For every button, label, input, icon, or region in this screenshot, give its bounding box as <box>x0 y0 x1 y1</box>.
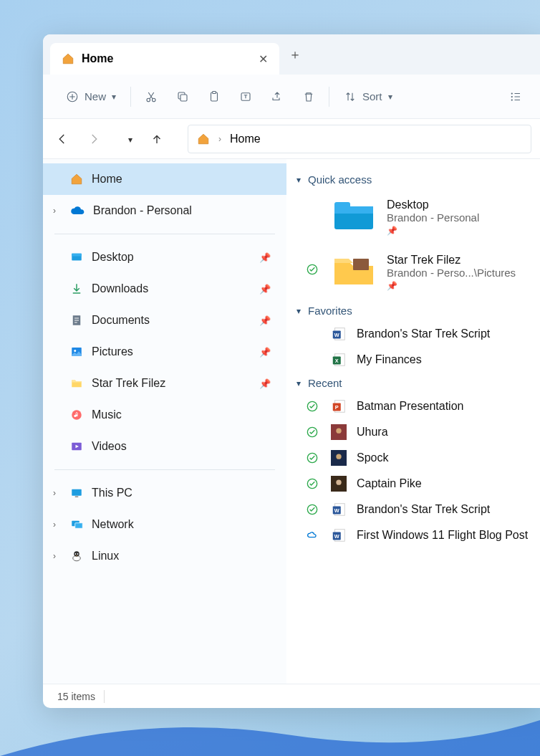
sidebar-item-linux[interactable]: › Linux <box>43 540 286 572</box>
svg-text:X: X <box>335 358 339 364</box>
home-icon <box>62 52 74 65</box>
forward-button[interactable] <box>87 133 110 145</box>
sidebar-item-downloads[interactable]: Downloads 📌 <box>43 273 286 305</box>
tab-home[interactable]: Home ✕ <box>50 43 279 75</box>
sidebar-item-music[interactable]: Music <box>43 399 286 431</box>
file-item[interactable]: Captain Pike <box>291 471 540 497</box>
file-item[interactable]: Uhura <box>291 419 540 445</box>
svg-rect-30 <box>353 259 369 270</box>
back-button[interactable] <box>56 133 79 145</box>
svg-text:W: W <box>334 507 339 514</box>
home-icon <box>70 173 83 186</box>
svg-rect-21 <box>75 523 83 529</box>
word-icon: W <box>331 502 347 517</box>
sidebar-item-documents[interactable]: Documents 📌 <box>43 305 286 336</box>
svg-rect-12 <box>72 254 82 257</box>
chevron-right-icon[interactable]: › <box>53 520 56 530</box>
sidebar-item-pictures[interactable]: Pictures 📌 <box>43 336 286 368</box>
chevron-right-icon[interactable]: › <box>53 551 56 561</box>
word-icon: W <box>331 527 347 543</box>
svg-point-43 <box>336 429 341 434</box>
sidebar-item-startrek[interactable]: Star Trek Filez 📌 <box>43 368 286 399</box>
onedrive-icon <box>70 206 85 216</box>
chevron-right-icon[interactable]: › <box>53 488 56 498</box>
new-button[interactable]: New ▾ <box>56 85 126 109</box>
sync-ok-icon <box>307 504 321 515</box>
pictures-icon <box>70 345 83 358</box>
desktop-icon <box>70 251 83 264</box>
svg-rect-4 <box>180 95 187 101</box>
quick-access-item[interactable]: Star Trek Filez Brandon - Perso...\Pictu… <box>291 245 540 300</box>
file-item[interactable]: P Batman Presentation <box>291 393 540 419</box>
downloads-icon <box>70 282 83 295</box>
image-thumbnail <box>331 450 347 466</box>
videos-icon <box>70 440 83 453</box>
pin-icon: 📌 <box>259 284 271 295</box>
powerpoint-icon: P <box>331 398 347 414</box>
network-icon <box>70 518 83 531</box>
share-button[interactable] <box>261 85 293 109</box>
pin-icon: 📌 <box>259 378 271 389</box>
svg-point-10 <box>511 99 513 100</box>
chevron-down-icon: ▾ <box>296 175 301 185</box>
cut-button[interactable] <box>135 85 167 109</box>
delete-button[interactable] <box>293 85 324 109</box>
breadcrumb[interactable]: › Home <box>188 125 531 153</box>
sidebar-item-desktop[interactable]: Desktop 📌 <box>43 241 286 273</box>
svg-point-25 <box>77 553 79 555</box>
svg-text:P: P <box>335 404 339 411</box>
pin-icon: 📌 <box>259 252 271 263</box>
svg-point-15 <box>74 350 76 352</box>
sort-button[interactable]: Sort ▾ <box>334 85 402 109</box>
svg-point-8 <box>511 92 513 94</box>
breadcrumb-segment[interactable]: Home <box>230 133 261 145</box>
file-item[interactable]: W First Windows 11 Flight Blog Post <box>291 522 540 548</box>
address-bar: ▾ › Home <box>43 119 540 159</box>
up-button[interactable] <box>150 133 173 145</box>
chevron-down-icon: ▾ <box>296 306 301 316</box>
sync-ok-icon <box>307 401 321 412</box>
chevron-right-icon[interactable]: › <box>53 206 56 216</box>
section-quick-access[interactable]: ▾ Quick access <box>291 169 540 190</box>
svg-rect-18 <box>72 489 82 496</box>
svg-rect-28 <box>334 206 373 214</box>
section-recent[interactable]: ▾ Recent <box>291 373 540 393</box>
svg-text:W: W <box>334 332 339 338</box>
sync-ok-icon <box>307 264 321 275</box>
svg-point-49 <box>336 480 341 485</box>
pin-icon: 📌 <box>387 226 397 236</box>
sidebar-item-network[interactable]: › Network <box>43 509 286 540</box>
quick-access-item[interactable]: Desktop Brandon - Personal 📌 <box>291 190 540 245</box>
copy-button[interactable] <box>167 85 198 109</box>
image-thumbnail <box>331 476 347 492</box>
pin-icon: 📌 <box>387 281 397 291</box>
music-icon <box>70 408 83 421</box>
file-item[interactable]: W Brandon's Star Trek Script <box>291 497 540 522</box>
svg-point-46 <box>336 454 341 459</box>
tab-title: Home <box>82 52 113 65</box>
new-tab-button[interactable]: ＋ <box>279 46 311 63</box>
svg-point-9 <box>511 95 513 97</box>
sidebar-item-home[interactable]: Home <box>43 163 286 195</box>
recent-locations-button[interactable]: ▾ <box>119 133 142 145</box>
paste-button[interactable] <box>198 85 230 109</box>
view-button[interactable] <box>500 85 531 109</box>
documents-icon <box>70 314 83 327</box>
rename-button[interactable] <box>230 85 261 109</box>
image-thumbnail <box>331 424 347 440</box>
sidebar-item-videos[interactable]: Videos <box>43 431 286 462</box>
svg-point-24 <box>75 553 77 555</box>
sidebar-item-onedrive[interactable]: › Brandon - Personal <box>43 195 286 226</box>
svg-rect-6 <box>213 91 216 93</box>
close-tab-icon[interactable]: ✕ <box>259 52 268 66</box>
chevron-down-icon: ▾ <box>112 92 116 102</box>
folder-icon <box>70 377 83 390</box>
section-favorites[interactable]: ▾ Favorites <box>291 300 540 321</box>
linux-icon <box>70 550 83 563</box>
file-item[interactable]: X My Finances <box>291 347 540 373</box>
svg-text:W: W <box>334 533 339 540</box>
file-item[interactable]: W Brandon's Star Trek Script <box>291 321 540 347</box>
file-item[interactable]: Spock <box>291 445 540 471</box>
sidebar-item-thispc[interactable]: › This PC <box>43 477 286 509</box>
folder-icon <box>332 254 375 287</box>
